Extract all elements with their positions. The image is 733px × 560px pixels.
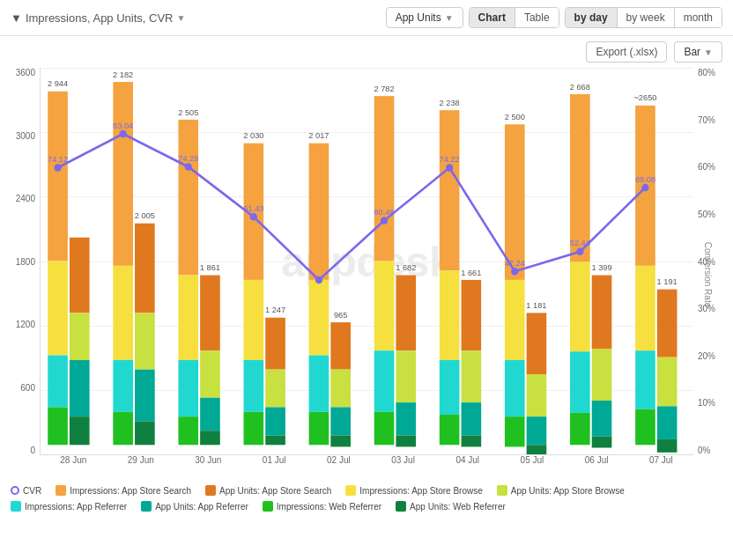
bar xyxy=(505,280,525,360)
x-label-02jul: 02 Jul xyxy=(327,455,351,465)
legend-icon-units-browse xyxy=(497,485,507,496)
cvr-dot xyxy=(641,184,648,192)
bar xyxy=(48,356,68,408)
bar xyxy=(48,92,68,262)
x-label-07jul: 07 Jul xyxy=(649,455,673,465)
x-label-30jun: 30 Jun xyxy=(195,455,221,465)
bar-label: 2 500 xyxy=(505,112,525,122)
bar xyxy=(113,266,133,360)
bar xyxy=(265,318,285,370)
export-button[interactable]: Export (.xlsx) xyxy=(586,41,667,63)
x-label-05jul: 05 Jul xyxy=(521,455,544,465)
y-right-10: 10% xyxy=(698,398,715,408)
bar xyxy=(330,370,351,408)
cvr-label: 69.08 xyxy=(635,173,655,183)
bar xyxy=(374,412,395,445)
bar xyxy=(265,407,285,435)
x-label-04jul: 04 Jul xyxy=(455,455,479,465)
chart-inner: appdesk 2 944 xyxy=(40,68,693,455)
bar-label: ~2650 xyxy=(633,92,656,102)
chart-title: Impressions, App Units, CVR xyxy=(26,11,174,25)
y-left-1200: 1200 xyxy=(16,320,35,329)
y-left-3000: 3000 xyxy=(16,131,35,141)
by-week-tab[interactable]: by week xyxy=(618,8,675,27)
y-left-2400: 2400 xyxy=(16,194,35,203)
bar xyxy=(309,356,329,412)
bar xyxy=(200,350,220,398)
y-right-0: 0% xyxy=(698,446,710,455)
legend-impressions-web: Impressions: Web Referrer xyxy=(263,501,381,512)
by-month-tab[interactable]: month xyxy=(675,8,722,27)
bar xyxy=(592,401,612,437)
cvr-label: 74.29 xyxy=(178,153,198,163)
bar-label: 2 005 xyxy=(135,210,155,220)
bar xyxy=(592,437,612,448)
bar xyxy=(113,360,133,412)
bar xyxy=(462,436,482,447)
by-day-tab[interactable]: by day xyxy=(566,8,618,27)
bar xyxy=(570,413,590,445)
y-left-600: 600 xyxy=(20,383,35,393)
x-label-01jul: 01 Jul xyxy=(263,455,286,465)
legend-icon-units-search xyxy=(205,485,216,496)
bar xyxy=(592,276,612,350)
y-right-70: 70% xyxy=(698,115,715,125)
legend-label-cvr: CVR xyxy=(23,486,41,496)
bar xyxy=(113,82,133,266)
chart-tab[interactable]: Chart xyxy=(470,8,515,27)
legend-cvr: CVR xyxy=(11,485,41,496)
y-left-1800: 1800 xyxy=(16,257,35,267)
bar xyxy=(200,276,220,351)
y-right-20: 20% xyxy=(698,351,715,361)
bar xyxy=(178,416,198,445)
cvr-label: 61.43 xyxy=(243,203,263,213)
bar xyxy=(657,406,677,438)
x-axis: 28 Jun 29 Jun 30 Jun 01 Jul 02 Jul 03 Ju… xyxy=(40,455,693,482)
bar xyxy=(527,416,547,445)
second-bar: Export (.xlsx) Bar ▼ xyxy=(0,36,733,68)
bar xyxy=(592,349,612,401)
legend-icon-impressions-browse xyxy=(345,485,356,496)
legend-impressions-referrer: Impressions: App Referrer xyxy=(11,501,127,512)
cvr-label: 60.46 xyxy=(374,207,394,217)
legend-impressions-browse: Impressions: App Store Browse xyxy=(345,485,483,496)
chart-type-dropdown[interactable]: Bar ▼ xyxy=(674,41,722,63)
bar xyxy=(570,94,590,262)
bar xyxy=(309,280,329,356)
table-tab[interactable]: Table xyxy=(515,8,559,27)
y-right-80: 80% xyxy=(698,68,715,77)
bar-label: 2 017 xyxy=(308,130,329,140)
page-title: ▼ xyxy=(11,11,22,25)
legend-label-impressions-web: Impressions: Web Referrer xyxy=(277,502,381,512)
legend-icon-impressions-web xyxy=(263,501,273,512)
bar xyxy=(70,313,90,360)
legend-label-units-search: App Units: App Store Search xyxy=(219,486,331,496)
bar xyxy=(657,357,677,407)
bar xyxy=(527,313,547,374)
bar-label: 2 668 xyxy=(570,81,590,91)
bar xyxy=(462,350,482,402)
title-chevron[interactable]: ▼ xyxy=(177,13,186,23)
metric-dropdown[interactable]: App Units ▼ xyxy=(386,7,463,28)
bar-label: 1 861 xyxy=(200,262,220,272)
bar xyxy=(244,280,264,360)
legend: CVR Impressions: App Store Search App Un… xyxy=(0,482,733,519)
metric-label: App Units xyxy=(396,11,441,24)
bar xyxy=(374,262,395,351)
bar xyxy=(265,370,285,408)
y-axis-left: 3600 3000 2400 1800 1200 600 0 xyxy=(0,68,40,455)
legend-icon-impressions-search xyxy=(56,485,66,496)
legend-icon-cvr xyxy=(11,486,19,495)
cvr-dot xyxy=(511,268,518,276)
bar xyxy=(309,412,329,445)
bar xyxy=(505,416,525,446)
cvr-dot xyxy=(315,276,322,284)
bar xyxy=(505,360,525,416)
bar xyxy=(505,124,525,280)
bar xyxy=(657,439,677,453)
bar xyxy=(135,422,155,446)
legend-impressions-search: Impressions: App Store Search xyxy=(56,485,191,496)
cvr-dot xyxy=(576,248,583,256)
bar xyxy=(462,402,482,435)
bar xyxy=(396,436,416,447)
